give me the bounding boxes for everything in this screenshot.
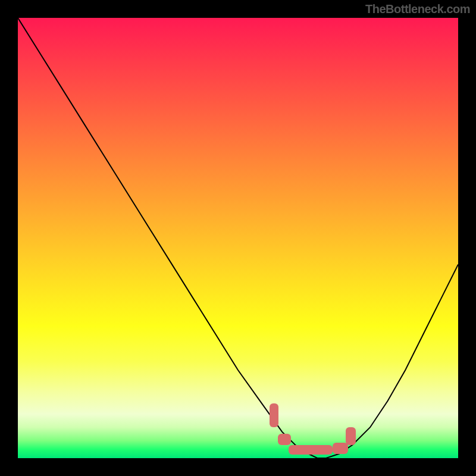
chart-plot-area — [18, 18, 458, 458]
watermark-text: TheBottleneck.com — [365, 2, 470, 16]
marker-blob — [278, 434, 291, 445]
marker-blob — [289, 445, 333, 455]
bottleneck-curve — [18, 18, 458, 458]
marker-blob — [270, 403, 278, 428]
marker-blob — [333, 443, 348, 454]
marker-blob — [346, 427, 355, 445]
